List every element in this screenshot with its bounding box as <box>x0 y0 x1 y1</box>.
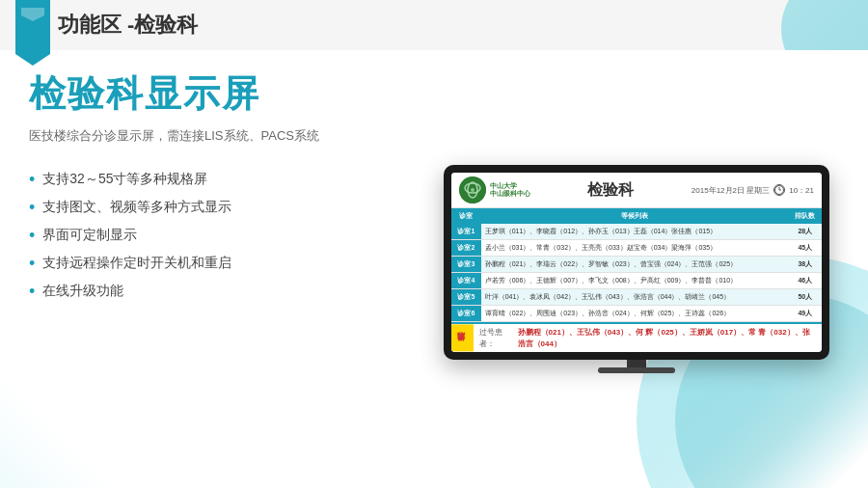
room-cell: 诊室2 <box>451 240 481 257</box>
section-subtitle: 医技楼综合分诊显示屏，需连接LIS系统、PACS系统 <box>29 126 415 147</box>
screen-logo: 中山大学 中山眼科中心 <box>459 176 530 203</box>
logo-text: 中山大学 中山眼科中心 <box>490 182 530 199</box>
count-cell: 50人 <box>789 289 822 306</box>
patients-cell: 孙鹏程（021）、李瑞云（022）、罗智敏（023）、曾宝强（024）、王范强（… <box>481 257 789 273</box>
patients-cell: 王梦琪（011）、李晓霞（012）、孙亦玉（013）王磊（014）张佳惠（015… <box>481 224 789 240</box>
monitor-neck <box>627 360 646 367</box>
patients-cell: 孟小兰（031）、常青（032）、王亮亮（033）赵宝奇（034）梁海萍（035… <box>481 240 789 257</box>
feature-item-5: 在线升级功能 <box>29 278 415 306</box>
patient-table: 诊室 等候列表 排队数 诊室1王梦琪（011）、李晓霞（012）、孙亦玉（013… <box>451 208 822 322</box>
count-cell: 49人 <box>789 306 822 322</box>
ticker-bar: 消息提示 过号患者： 孙鹏程（021）、王弘伟（043）、何 辉（025）、王娇… <box>451 322 822 351</box>
monitor-screen: 中山大学 中山眼科中心 检验科 2015年12月2日 星期三 <box>451 173 822 351</box>
table-row: 诊室3孙鹏程（021）、李瑞云（022）、罗智敏（023）、曾宝强（024）、王… <box>451 257 822 273</box>
count-cell: 38人 <box>789 257 822 273</box>
screen-header: 中山大学 中山眼科中心 检验科 2015年12月2日 星期三 <box>451 173 822 208</box>
feature-item-1: 支持32～55寸等多种规格屏 <box>29 166 415 194</box>
feature-item-4: 支持远程操作定时开关机和重启 <box>29 250 415 278</box>
table-row: 诊室2孟小兰（031）、常青（032）、王亮亮（033）赵宝奇（034）梁海萍（… <box>451 240 822 257</box>
right-panel: 中山大学 中山眼科中心 检验科 2015年12月2日 星期三 <box>434 69 839 469</box>
bookmark-icon <box>15 0 50 66</box>
section-title: 检验科显示屏 <box>29 69 415 119</box>
svg-point-5 <box>471 188 475 192</box>
room-cell: 诊室3 <box>451 257 481 273</box>
ticker-content: 过号患者： 孙鹏程（021）、王弘伟（043）、何 辉（025）、王娇岚（017… <box>474 324 822 351</box>
clock-icon <box>773 184 785 196</box>
feature-item-3: 界面可定制显示 <box>29 222 415 250</box>
monitor-base <box>598 367 675 373</box>
room-cell: 诊室4 <box>451 273 481 289</box>
left-panel: 检验科显示屏 医技楼综合分诊显示屏，需连接LIS系统、PACS系统 支持32～5… <box>29 69 434 469</box>
screen-datetime: 2015年12月2日 星期三 10：21 <box>692 184 814 196</box>
feature-item-2: 支持图文、视频等多种方式显示 <box>29 194 415 222</box>
room-cell: 诊室6 <box>451 306 481 322</box>
screen-title: 检验科 <box>530 180 692 201</box>
patients-cell: 卢若芳（006）、王德辉（007）、李飞文（008）、尹高红（009）、李普普（… <box>481 273 789 289</box>
patients-cell: 叶洋（041）、袁冰凤（042）、王弘伟（043）、张浩言（044）、胡靖兰（0… <box>481 289 789 306</box>
ticker-label: 消息提示 <box>451 324 474 351</box>
col-room: 诊室 <box>451 208 481 224</box>
table-row: 诊室5叶洋（041）、袁冰凤（042）、王弘伟（043）、张浩言（044）、胡靖… <box>451 289 822 306</box>
monitor-frame: 中山大学 中山眼科中心 检验科 2015年12月2日 星期三 <box>444 165 829 359</box>
table-row: 诊室4卢若芳（006）、王德辉（007）、李飞文（008）、尹高红（009）、李… <box>451 273 822 289</box>
header-bar: 功能区 -检验科 <box>0 0 868 50</box>
room-cell: 诊室5 <box>451 289 481 306</box>
col-count: 排队数 <box>789 208 822 224</box>
feature-list: 支持32～55寸等多种规格屏 支持图文、视频等多种方式显示 界面可定制显示 支持… <box>29 166 415 306</box>
count-cell: 46人 <box>789 273 822 289</box>
patients-cell: 谭育晴（022）、周围迪（023）、孙浩音（024）、何辉（025）、王诗蕊（0… <box>481 306 789 322</box>
deco-top-right <box>752 0 868 50</box>
count-cell: 45人 <box>789 240 822 257</box>
count-cell: 28人 <box>789 224 822 240</box>
table-row: 诊室6谭育晴（022）、周围迪（023）、孙浩音（024）、何辉（025）、王诗… <box>451 306 822 322</box>
ticker-prefix: 过号患者： <box>479 327 514 348</box>
table-row: 诊室1王梦琪（011）、李晓霞（012）、孙亦玉（013）王磊（014）张佳惠（… <box>451 224 822 240</box>
main-content: 检验科显示屏 医技楼综合分诊显示屏，需连接LIS系统、PACS系统 支持32～5… <box>0 50 868 488</box>
room-cell: 诊室1 <box>451 224 481 240</box>
logo-circle <box>459 176 486 203</box>
ticker-text: 孙鹏程（021）、王弘伟（043）、何 辉（025）、王娇岚（017）、常 青（… <box>518 327 816 348</box>
col-waitlist: 等候列表 <box>481 208 789 224</box>
header-title: 功能区 -检验科 <box>58 11 198 40</box>
monitor-stand: 中山大学 中山眼科中心 检验科 2015年12月2日 星期三 <box>444 165 829 372</box>
